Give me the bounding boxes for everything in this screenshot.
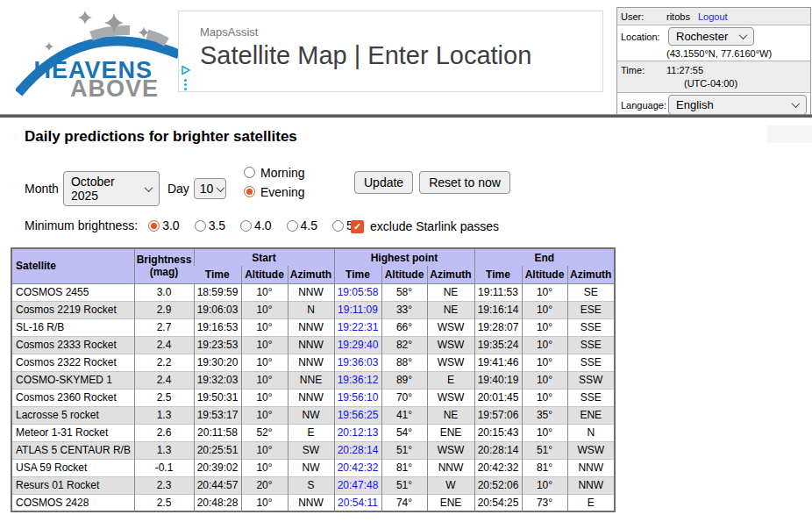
brightness-cell: 1.3 (134, 406, 194, 424)
table-row: SL-16 R/B2.719:16:5310°NNW19:22:3166°WSW… (11, 318, 615, 336)
table-row: ATLAS 5 CENTAUR R/B1.320:25:5110°SW20:28… (11, 441, 615, 459)
start-azimuth-cell: NNW (288, 354, 334, 371)
col-header-start-azimuth: Azimuth (288, 266, 334, 283)
end-altitude-cell: 35° (522, 406, 567, 424)
brightness-radio-4-5[interactable] (287, 220, 298, 232)
satellite-table-body: COSMOS 24553.018:59:5910°NNW19:05:5858°N… (11, 283, 615, 511)
pass-detail-link[interactable]: 19:36:03 (338, 356, 379, 368)
pass-detail-link[interactable]: 19:56:10 (338, 391, 379, 404)
end-time-cell: 19:28:07 (474, 318, 522, 336)
update-button[interactable]: Update (354, 171, 413, 194)
ad-options-dots-icon[interactable] (184, 79, 188, 92)
start-time-cell: 20:39:02 (194, 459, 241, 476)
satellite-name-cell: USA 59 Rocket (11, 459, 134, 476)
highest-azimuth-cell: WSW (427, 389, 474, 406)
evening-radio[interactable] (244, 186, 255, 197)
day-select[interactable]: 10 (194, 178, 226, 199)
table-row: Meteor 1-31 Rocket2.620:11:5852°E20:12:1… (11, 424, 615, 441)
end-altitude-cell: 81° (522, 459, 567, 476)
pass-detail-link[interactable]: 19:22:31 (338, 321, 379, 333)
highest-azimuth-cell: WSW (427, 318, 474, 336)
user-label: User: (621, 11, 666, 22)
pass-detail-link[interactable]: 20:42:32 (338, 461, 379, 474)
col-group-highest-point: Highest point (334, 248, 474, 266)
start-azimuth-cell: NNW (288, 336, 334, 354)
highest-time-cell: 20:54:11 (334, 494, 381, 511)
highest-azimuth-cell: WSW (427, 441, 474, 459)
end-azimuth-cell: NNW (567, 476, 615, 494)
pass-detail-link[interactable]: 19:56:25 (338, 409, 379, 421)
end-time-cell: 20:15:43 (474, 424, 522, 441)
table-row: Cosmos 2322 Rocket2.219:30:2010°NNW19:36… (11, 354, 615, 371)
satellite-name-cell: COSMO-SKYMED 1 (11, 371, 134, 389)
satellite-name-cell: SL-16 R/B (11, 318, 134, 336)
end-azimuth-cell: NNW (567, 459, 615, 476)
end-azimuth-cell: N (567, 424, 615, 441)
end-azimuth-cell: SSE (567, 318, 615, 336)
ad-banner[interactable]: MapsAssist Satellite Map | Enter Locatio… (178, 11, 603, 92)
pass-detail-link[interactable]: 20:12:13 (338, 426, 379, 439)
satellite-name-cell: Cosmos 2219 Rocket (11, 301, 134, 318)
partial-widget (767, 125, 812, 143)
pass-detail-link[interactable]: 20:28:14 (338, 444, 379, 456)
end-azimuth-cell: SSE (567, 389, 615, 406)
highest-azimuth-cell: NE (427, 406, 474, 424)
pass-detail-link[interactable]: 19:36:12 (338, 374, 379, 386)
reset-to-now-button[interactable]: Reset to now (419, 171, 510, 194)
start-azimuth-cell: SW (288, 441, 334, 459)
satellite-name-cell: Cosmos 2322 Rocket (11, 354, 134, 371)
start-altitude-cell: 10° (241, 336, 288, 354)
highest-time-cell: 20:42:32 (334, 459, 381, 476)
brightness-radio-3-0[interactable] (148, 220, 160, 232)
col-header-highest-time: Time (334, 266, 381, 283)
ad-headline[interactable]: Satellite Map | Enter Location (200, 41, 531, 70)
col-group-start: Start (194, 248, 334, 266)
ad-advertiser: MapsAssist (200, 25, 258, 39)
highest-time-cell: 19:29:40 (334, 336, 381, 354)
language-select[interactable]: English (668, 95, 807, 115)
end-azimuth-cell: SSE (567, 336, 615, 354)
heavens-above-logo[interactable]: HEAVENS ABOVE (16, 5, 184, 98)
chevron-down-icon (792, 99, 801, 108)
start-time-cell: 19:23:53 (194, 336, 241, 354)
pass-detail-link[interactable]: 19:11:09 (338, 304, 378, 316)
start-time-cell: 19:06:03 (194, 301, 241, 318)
pass-detail-link[interactable]: 20:54:11 (338, 497, 378, 509)
start-altitude-cell: 10° (241, 441, 288, 459)
brightness-radio-group: Minimum brightness: 3.0 3.5 4.0 4.5 5.0 (25, 218, 379, 232)
highest-time-cell: 20:28:14 (334, 441, 381, 459)
brightness-radio-5-0[interactable] (332, 220, 344, 232)
end-altitude-cell: 10° (522, 389, 567, 406)
table-row: USA 59 Rocket-0.120:39:0210°NW20:42:3281… (11, 459, 615, 476)
end-azimuth-cell: ESE (567, 301, 615, 318)
highest-azimuth-cell: ENE (427, 494, 474, 511)
brightness-radio-3-5[interactable] (195, 220, 206, 232)
pass-detail-link[interactable]: 19:05:58 (338, 286, 379, 298)
highest-altitude-cell: 74° (381, 494, 427, 511)
morning-radio[interactable] (244, 167, 255, 178)
language-label: Language: (621, 100, 666, 111)
start-time-cell: 19:50:31 (194, 389, 241, 406)
table-row: COSMOS 24553.018:59:5910°NNW19:05:5858°N… (11, 283, 615, 301)
highest-time-cell: 20:12:13 (334, 424, 381, 441)
pass-detail-link[interactable]: 20:47:48 (338, 479, 379, 491)
location-coordinates: (43.1550°N, 77.6160°W) (666, 48, 807, 59)
satellite-name-cell: Resurs 01 Rocket (11, 476, 134, 494)
month-select[interactable]: October 2025 (63, 171, 160, 206)
pass-detail-link[interactable]: 19:29:40 (338, 339, 379, 351)
brightness-cell: 2.6 (134, 424, 194, 441)
brightness-radio-4-0[interactable] (240, 220, 252, 232)
utc-offset: (UTC-04:00) (684, 78, 807, 89)
brightness-cell: 3.0 (134, 283, 194, 301)
location-select[interactable]: Rochester (668, 27, 754, 46)
brightness-cell: 2.2 (134, 354, 194, 371)
start-time-cell: 20:44:57 (194, 476, 241, 494)
start-altitude-cell: 10° (241, 371, 288, 389)
logout-link[interactable]: Logout (698, 11, 728, 22)
ad-choices-icon[interactable] (181, 65, 191, 75)
brightness-label: Minimum brightness: (25, 218, 138, 232)
start-azimuth-cell: N (288, 301, 334, 318)
col-header-end-azimuth: Azimuth (567, 266, 615, 283)
location-row: Location: Rochester (43.1550°N, 77.6160°… (617, 25, 810, 61)
exclude-starlink-checkbox[interactable] (351, 220, 364, 233)
